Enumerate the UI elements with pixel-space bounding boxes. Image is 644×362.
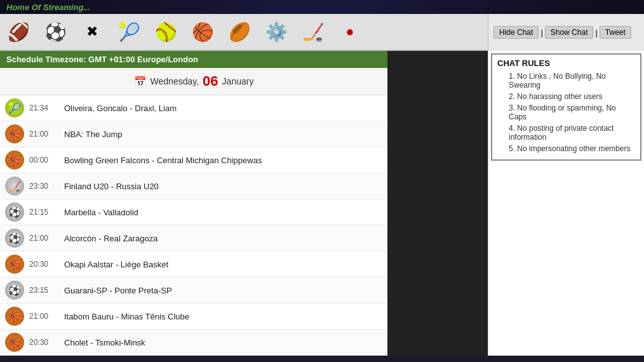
schedule-row[interactable]: ⚽21:00Alcorcón - Real Zaragoza bbox=[0, 225, 387, 251]
chat-rule-item: 5. No impersonating other members bbox=[509, 144, 635, 153]
schedule-row[interactable]: 🏀20:30Cholet - Tsmoki-Minsk bbox=[0, 330, 387, 356]
schedule-row[interactable]: ⚽21:15Marbella - Valladolid bbox=[0, 199, 387, 225]
separator2: | bbox=[595, 28, 597, 37]
sport-icon-tennis: 🎾 bbox=[5, 98, 24, 117]
sport-icon-basketball: 🏀 bbox=[5, 124, 24, 144]
site-title: Home Of Streaming... bbox=[6, 3, 90, 12]
match-name: Marbella - Valladolid bbox=[64, 208, 382, 217]
video-panel bbox=[387, 51, 488, 356]
sport-soccer[interactable]: ⚽ bbox=[37, 13, 74, 50]
match-name: Alcorcón - Real Zaragoza bbox=[64, 234, 382, 243]
match-time: 23:15 bbox=[29, 286, 58, 295]
sport-golf[interactable]: 🎾 bbox=[111, 13, 147, 50]
date-month: January bbox=[222, 76, 254, 86]
tweet-button[interactable]: Tweet bbox=[600, 26, 631, 39]
chat-rule-item: 1. No Links , No Bullying, No Swearing bbox=[509, 72, 635, 90]
schedule-header: Schedule Timezone: GMT +01:00 Europe/Lon… bbox=[0, 51, 387, 68]
chat-rules-list: 1. No Links , No Bullying, No Swearing2.… bbox=[497, 72, 635, 153]
date-weekday: Wednesday, bbox=[151, 76, 199, 86]
chat-rule-item: 3. No flooding or spamming, No Caps bbox=[509, 104, 635, 121]
match-time: 21:00 bbox=[29, 234, 58, 243]
schedule-row[interactable]: 🏀20:30Okapi Aalstar - Liège Basket bbox=[0, 251, 387, 278]
date-day: 06 bbox=[203, 73, 218, 90]
schedule-row[interactable]: 🏀00:00Bowling Green Falcons - Central Mi… bbox=[0, 147, 387, 173]
chat-rule-item: 4. No posting of private contact informa… bbox=[509, 124, 635, 142]
show-chat-button[interactable]: Show Chat bbox=[545, 26, 594, 39]
schedule-row[interactable]: 🏒23:30Finland U20 - Russia U20 bbox=[0, 173, 387, 199]
sport-icon-basketball: 🏀 bbox=[5, 255, 24, 274]
schedule-row[interactable]: 🎾21:34Oliveira, Goncalo - Draxl, Liam bbox=[0, 95, 387, 121]
sport-icon-soccer: ⚽ bbox=[5, 203, 24, 222]
sport-football[interactable]: 🏈 bbox=[0, 13, 37, 50]
schedule-panel: Schedule Timezone: GMT +01:00 Europe/Lon… bbox=[0, 51, 387, 356]
sport-basketball[interactable]: 🏀 bbox=[184, 13, 221, 50]
sport-other[interactable]: ● bbox=[332, 13, 368, 50]
sport-misc[interactable]: ⚙️ bbox=[258, 13, 295, 50]
sport-rugby[interactable]: 🏉 bbox=[221, 13, 258, 50]
match-name: Guarani-SP - Ponte Preta-SP bbox=[64, 286, 382, 295]
match-time: 21:34 bbox=[29, 104, 58, 112]
date-bar: 📅 Wednesday, 06 January bbox=[0, 68, 387, 95]
sport-icon-basketball: 🏀 bbox=[5, 333, 24, 352]
sport-icon-basketball: 🏀 bbox=[5, 307, 24, 326]
schedule-row[interactable]: 🏀21:00Itabom Bauru - Minas Tênis Clube bbox=[0, 304, 387, 330]
match-time: 20:30 bbox=[29, 338, 58, 347]
sport-icon-icehockey: 🏒 bbox=[5, 177, 24, 196]
sport-tennis[interactable]: ✖ bbox=[74, 13, 111, 50]
match-time: 21:15 bbox=[29, 208, 58, 217]
match-name: Cholet - Tsmoki-Minsk bbox=[64, 338, 382, 347]
match-time: 21:00 bbox=[29, 312, 58, 321]
separator1: | bbox=[540, 28, 542, 37]
match-time: 21:00 bbox=[29, 130, 58, 138]
chat-rules-title: CHAT RULES bbox=[497, 58, 635, 68]
calendar-icon: 📅 bbox=[134, 76, 147, 88]
schedule-row[interactable]: ⚽23:15Guarani-SP - Ponte Preta-SP bbox=[0, 278, 387, 304]
sport-hockey[interactable]: 🏒 bbox=[295, 13, 332, 50]
match-name: Oliveira, Goncalo - Draxl, Liam bbox=[64, 104, 382, 113]
sport-icon-soccer: ⚽ bbox=[5, 281, 24, 300]
match-time: 00:00 bbox=[29, 156, 58, 164]
match-name: Bowling Green Falcons - Central Michigan… bbox=[64, 156, 382, 165]
header: Home Of Streaming... bbox=[0, 0, 644, 14]
chat-rule-item: 2. No harassing other users bbox=[509, 92, 635, 101]
schedule-row[interactable]: 🏀21:00NBA: The Jump bbox=[0, 121, 387, 147]
match-name: Okapi Aalstar - Liège Basket bbox=[64, 260, 382, 269]
match-time: 20:30 bbox=[29, 260, 58, 269]
hide-chat-button[interactable]: Hide Chat bbox=[493, 26, 539, 39]
match-name: NBA: The Jump bbox=[64, 130, 382, 139]
match-time: 23:30 bbox=[29, 182, 58, 191]
sport-icon-basketball: 🏀 bbox=[5, 151, 24, 170]
main-layout: Schedule Timezone: GMT +01:00 Europe/Lon… bbox=[0, 51, 644, 356]
sport-baseball[interactable]: 🥎 bbox=[147, 13, 184, 50]
chat-panel: CHAT RULES 1. No Links , No Bullying, No… bbox=[488, 51, 644, 356]
match-name: Finland U20 - Russia U20 bbox=[64, 182, 382, 191]
schedule-rows: 🎾21:34Oliveira, Goncalo - Draxl, Liam🏀21… bbox=[0, 95, 387, 356]
sport-icon-soccer: ⚽ bbox=[5, 229, 24, 248]
chat-rules-box: CHAT RULES 1. No Links , No Bullying, No… bbox=[491, 53, 641, 161]
match-name: Itabom Bauru - Minas Tênis Clube bbox=[64, 312, 382, 321]
sport-nav: 🏈 ⚽ ✖ 🎾 🥎 🏀 🏉 ⚙️ 🏒 ● bbox=[0, 14, 488, 51]
